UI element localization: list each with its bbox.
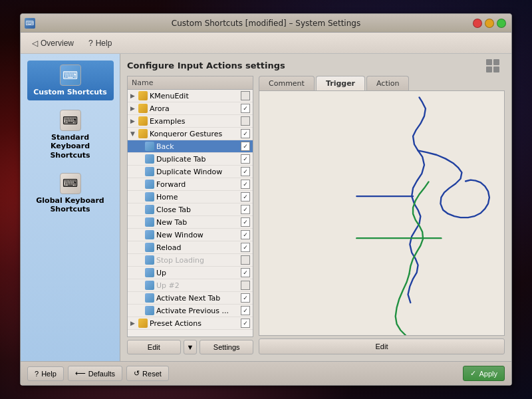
- item-name: Examples: [150, 117, 241, 126]
- item-checkbox[interactable]: [241, 192, 250, 201]
- action-icon: [145, 180, 154, 189]
- list-item[interactable]: ▶Arora: [128, 102, 253, 115]
- folder-icon: [138, 91, 148, 100]
- folder-icon: [138, 116, 148, 126]
- sidebar-item-custom-shortcuts[interactable]: ⌨ Custom Shortcuts: [27, 61, 114, 100]
- list-item[interactable]: Reload: [128, 241, 253, 254]
- list-item[interactable]: Close Tab: [128, 203, 253, 216]
- item-checkbox[interactable]: [241, 91, 250, 100]
- list-item[interactable]: Up: [128, 267, 253, 279]
- detail-edit-button[interactable]: Edit: [259, 338, 505, 354]
- list-item[interactable]: ▶Examples: [128, 115, 253, 128]
- list-header: Name: [127, 76, 253, 89]
- item-name: Reload: [156, 243, 241, 252]
- action-icon: [145, 142, 154, 151]
- maximize-button[interactable]: [497, 19, 506, 28]
- list-buttons: Edit ▼ Settings: [127, 340, 253, 354]
- item-checkbox[interactable]: [241, 104, 250, 113]
- tab-comment[interactable]: Comment: [259, 76, 315, 90]
- item-checkbox[interactable]: [241, 205, 250, 214]
- apply-button[interactable]: ✓ Apply: [463, 366, 505, 381]
- help-bottom-icon: ?: [35, 370, 39, 378]
- action-icon: [145, 293, 154, 303]
- item-checkbox[interactable]: [241, 268, 250, 277]
- grid-cell-1: [486, 59, 492, 65]
- help-nav-label: Help: [96, 39, 112, 48]
- item-checkbox[interactable]: [241, 281, 250, 290]
- list-item[interactable]: Activate Next Tab: [128, 292, 253, 305]
- reset-button[interactable]: ↺ Reset: [126, 366, 169, 381]
- defaults-icon: ⟵: [75, 369, 86, 378]
- expand-icon[interactable]: ▶: [130, 320, 138, 327]
- content-area: ⌨ Custom Shortcuts ⌨ Standard Keyboard S…: [21, 54, 511, 361]
- list-item[interactable]: Forward: [128, 178, 253, 191]
- list-item[interactable]: Home: [128, 191, 253, 203]
- item-name: Duplicate Window: [156, 168, 241, 176]
- item-name: Arora: [150, 104, 241, 113]
- item-checkbox[interactable]: [241, 306, 250, 315]
- close-button[interactable]: [473, 19, 482, 28]
- item-checkbox[interactable]: [241, 217, 250, 227]
- global-keyboard-label: Global Keyboard Shortcuts: [31, 196, 110, 213]
- window-icon: ⌨: [25, 18, 35, 29]
- action-icon: [145, 167, 154, 176]
- defaults-button[interactable]: ⟵ Defaults: [68, 366, 122, 381]
- item-checkbox[interactable]: [241, 167, 250, 176]
- list-container[interactable]: ▶KMenuEdit▶Arora▶Examples▼Konqueror Gest…: [127, 89, 253, 337]
- item-checkbox[interactable]: [241, 243, 250, 252]
- expand-icon[interactable]: ▶: [130, 105, 138, 112]
- bottombar: ? Help ⟵ Defaults ↺ Reset ✓ Apply: [21, 361, 511, 385]
- edit-dropdown-button[interactable]: ▼: [184, 340, 198, 354]
- action-icon: [145, 306, 154, 315]
- tab-action[interactable]: Action: [366, 76, 409, 90]
- list-item[interactable]: Duplicate Window: [128, 166, 253, 178]
- list-item[interactable]: ▶Preset Actions: [128, 317, 253, 330]
- list-item[interactable]: Stop Loading: [128, 254, 253, 267]
- item-checkbox[interactable]: [241, 255, 250, 265]
- action-icon: [145, 243, 154, 252]
- item-checkbox[interactable]: [241, 319, 250, 328]
- list-item[interactable]: ▶KMenuEdit: [128, 90, 253, 102]
- item-checkbox[interactable]: [241, 142, 250, 151]
- list-item[interactable]: New Tab: [128, 216, 253, 229]
- list-item[interactable]: Up #2: [128, 279, 253, 292]
- settings-button[interactable]: Settings: [200, 340, 253, 354]
- main-window: ⌨ Custom Shortcuts [modified] – System S…: [20, 13, 512, 386]
- sidebar-item-standard-keyboard[interactable]: ⌨ Standard Keyboard Shortcuts: [27, 106, 114, 164]
- item-checkbox[interactable]: [241, 154, 250, 164]
- titlebar: ⌨ Custom Shortcuts [modified] – System S…: [21, 14, 511, 33]
- overview-button[interactable]: ◁ Overview: [26, 36, 80, 51]
- item-checkbox[interactable]: [241, 180, 250, 189]
- section-title: Configure Input Actions settings: [127, 61, 505, 70]
- list-item[interactable]: New Window: [128, 229, 253, 241]
- item-name: Forward: [156, 180, 241, 189]
- help-bottom-button[interactable]: ? Help: [27, 366, 64, 381]
- grid-view-icon[interactable]: [486, 59, 499, 72]
- item-checkbox[interactable]: [241, 116, 250, 126]
- edit-button[interactable]: Edit: [127, 340, 181, 354]
- expand-icon[interactable]: ▼: [130, 130, 138, 137]
- detail-panel: Comment Trigger Action: [259, 76, 505, 354]
- help-button[interactable]: ? Help: [82, 36, 118, 51]
- list-item[interactable]: Duplicate Tab: [128, 153, 253, 166]
- grid-cell-2: [493, 59, 499, 65]
- grid-cell-3: [486, 66, 492, 72]
- list-item[interactable]: ▼Konqueror Gestures: [128, 128, 253, 140]
- item-name: KMenuEdit: [150, 92, 241, 100]
- item-checkbox[interactable]: [241, 293, 250, 303]
- custom-shortcuts-icon: ⌨: [60, 65, 81, 86]
- sidebar-item-global-keyboard[interactable]: ⌨ Global Keyboard Shortcuts: [27, 169, 114, 217]
- action-icon: [145, 268, 154, 277]
- list-item[interactable]: Activate Previous ...: [128, 305, 253, 317]
- minimize-button[interactable]: [485, 19, 494, 28]
- expand-icon[interactable]: ▶: [130, 92, 138, 99]
- topnav: ◁ Overview ? Help: [21, 33, 511, 54]
- item-checkbox[interactable]: [241, 129, 250, 138]
- item-name: Activate Next Tab: [156, 294, 241, 303]
- help-bottom-label: Help: [41, 370, 57, 378]
- tab-trigger[interactable]: Trigger: [316, 76, 365, 90]
- list-item[interactable]: Back: [128, 140, 253, 153]
- sidebar: ⌨ Custom Shortcuts ⌨ Standard Keyboard S…: [21, 54, 120, 361]
- expand-icon[interactable]: ▶: [130, 118, 138, 124]
- item-checkbox[interactable]: [241, 230, 250, 239]
